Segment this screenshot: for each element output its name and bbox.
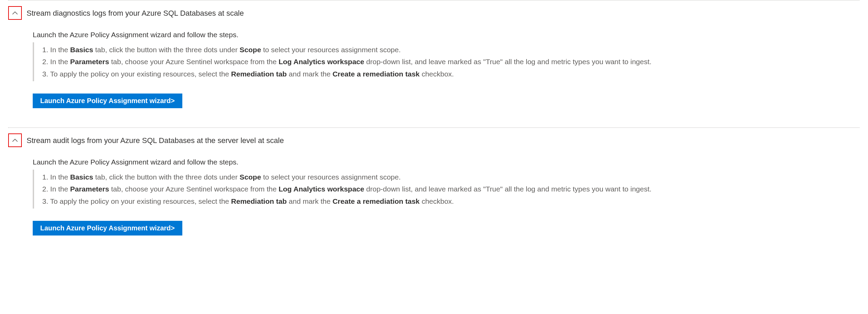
accordion-title: Stream audit logs from your Azure SQL Da… [27, 135, 284, 146]
step-2: 2. In the Parameters tab, choose your Az… [42, 184, 860, 195]
step-2: 2. In the Parameters tab, choose your Az… [42, 56, 860, 67]
instructions-lead: Launch the Azure Policy Assignment wizar… [33, 29, 860, 40]
step-1: 1. In the Basics tab, click the button w… [42, 44, 860, 55]
instructions-steps: 1. In the Basics tab, click the button w… [33, 42, 860, 82]
accordion-body: Launch the Azure Policy Assignment wizar… [8, 157, 860, 235]
accordion-body: Launch the Azure Policy Assignment wizar… [8, 29, 860, 108]
chevron-up-icon [8, 6, 22, 20]
step-1: 1. In the Basics tab, click the button w… [42, 172, 860, 183]
accordion-toggle-diagnostics[interactable]: Stream diagnostics logs from your Azure … [8, 6, 860, 20]
instructions-lead: Launch the Azure Policy Assignment wizar… [33, 157, 860, 168]
step-3: 3. To apply the policy on your existing … [42, 196, 860, 207]
accordion-section-diagnostics: Stream diagnostics logs from your Azure … [8, 1, 860, 108]
step-3: 3. To apply the policy on your existing … [42, 69, 860, 80]
accordion-toggle-audit[interactable]: Stream audit logs from your Azure SQL Da… [8, 133, 860, 147]
launch-wizard-button[interactable]: Launch Azure Policy Assignment wizard> [33, 221, 182, 235]
accordion-section-audit: Stream audit logs from your Azure SQL Da… [8, 128, 860, 235]
chevron-up-icon [8, 133, 22, 147]
accordion-title: Stream diagnostics logs from your Azure … [27, 8, 244, 19]
instructions-steps: 1. In the Basics tab, click the button w… [33, 170, 860, 209]
launch-wizard-button[interactable]: Launch Azure Policy Assignment wizard> [33, 94, 182, 108]
